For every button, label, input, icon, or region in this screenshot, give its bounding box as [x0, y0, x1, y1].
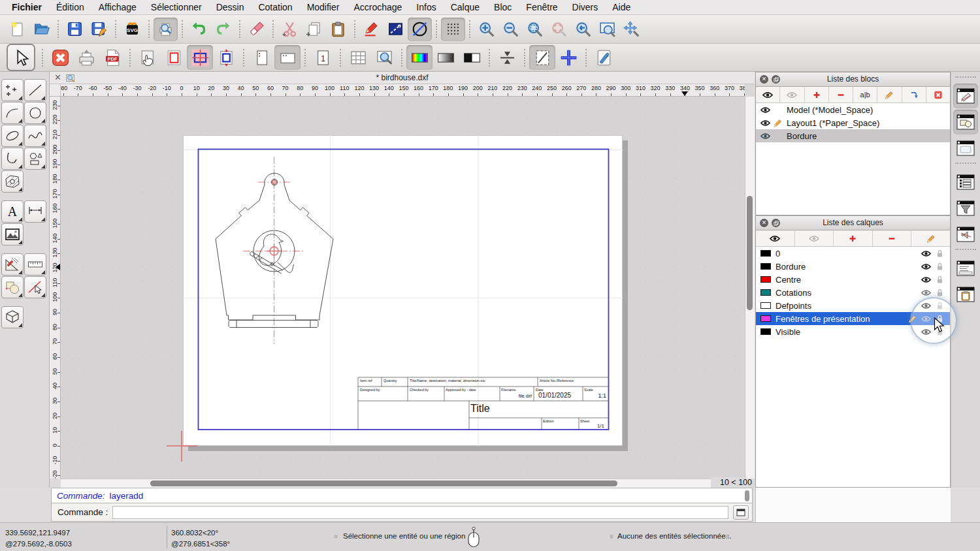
zoom-window-button[interactable] — [595, 18, 619, 41]
save-button[interactable] — [63, 18, 87, 41]
menu-affichage[interactable]: Affichage — [91, 2, 144, 12]
detach-panel-icon[interactable] — [772, 75, 780, 84]
command-window-button[interactable] — [733, 505, 749, 520]
open-folder-button[interactable] — [29, 18, 54, 41]
line-tools-button[interactable] — [24, 79, 46, 101]
layer-lock-icon[interactable] — [933, 262, 947, 271]
layer-row[interactable]: 0 — [756, 247, 950, 260]
block-edit-pencil-icon[interactable] — [774, 119, 787, 127]
menu-fichier[interactable]: Fichier — [10, 2, 49, 12]
copy-button[interactable] — [302, 18, 326, 41]
close-document-button[interactable] — [47, 45, 73, 70]
vertical-scrollbar-thumb[interactable] — [747, 196, 753, 310]
dock-layers-panel-button[interactable] — [953, 170, 978, 195]
menu-bloc[interactable]: Bloc — [487, 2, 519, 12]
new-document-button[interactable] — [5, 18, 29, 41]
edit-layer-icon[interactable] — [911, 230, 950, 246]
solid-tools-button[interactable] — [1, 306, 24, 328]
grayscale-mode-button[interactable] — [433, 45, 459, 70]
layer-color-swatch[interactable] — [760, 302, 771, 309]
polyline-tools-button[interactable] — [1, 148, 24, 170]
drawing-canvas[interactable]: Item ref Quantity Title/Name, destinatio… — [61, 97, 745, 479]
remove-block-icon[interactable] — [829, 87, 853, 102]
remove-layer-icon[interactable] — [873, 230, 912, 246]
redo-button[interactable] — [211, 18, 235, 41]
layer-row[interactable]: Cotations — [756, 286, 950, 299]
paste-button[interactable] — [326, 18, 350, 41]
point-tools-button[interactable] — [1, 79, 24, 101]
command-history-scrollbar[interactable] — [745, 490, 749, 501]
menu-infos[interactable]: Infos — [409, 2, 443, 12]
layer-lock-icon[interactable] — [933, 249, 947, 258]
page-landscape-button[interactable] — [274, 45, 301, 70]
shape-tools-button[interactable] — [24, 148, 46, 170]
text-tools-button[interactable]: A — [1, 200, 24, 223]
page-portrait-button[interactable] — [248, 45, 274, 70]
command-input[interactable] — [112, 506, 728, 519]
save-as-button[interactable] — [87, 18, 111, 41]
menu-divers[interactable]: Divers — [565, 2, 606, 12]
layer-visibility-eye-icon[interactable] — [919, 250, 933, 257]
menu-calque[interactable]: Calque — [444, 2, 487, 12]
layer-visibility-eye-icon[interactable] — [919, 276, 933, 283]
pick-tools-button[interactable] — [24, 276, 46, 298]
svg-export-button[interactable]: SVG — [120, 18, 144, 41]
grid-dots-button[interactable] — [441, 18, 465, 41]
dock-property-panel-button[interactable] — [953, 136, 978, 161]
image-tools-button[interactable] — [1, 223, 24, 245]
zoom-pan-button[interactable] — [619, 18, 644, 41]
modify-tools-button[interactable] — [1, 276, 24, 298]
layer-visibility-eye-icon[interactable] — [919, 263, 933, 270]
bw-mode-button[interactable] — [459, 45, 485, 70]
pointer-select-button[interactable] — [7, 44, 35, 71]
layer-color-swatch[interactable] — [760, 250, 771, 257]
block-visibility-eye-icon[interactable] — [760, 133, 774, 140]
menu-aide[interactable]: Aide — [605, 2, 638, 12]
draft-mode-button[interactable] — [529, 45, 555, 70]
print-preview-button[interactable] — [154, 18, 178, 41]
layer-row[interactable]: Centre — [756, 273, 950, 286]
dock-library-panel-button[interactable] — [953, 110, 978, 134]
detach-panel-icon[interactable] — [772, 219, 780, 227]
menu-selectionner[interactable]: Sélectionner — [144, 2, 209, 12]
menu-modifier[interactable]: Modifier — [300, 2, 347, 12]
restrict-orthogonal-button[interactable] — [384, 18, 408, 41]
hide-all-layers-icon[interactable] — [795, 230, 834, 246]
layer-lock-icon[interactable] — [933, 276, 947, 284]
block-row[interactable]: Bordure — [756, 129, 950, 142]
dock-reference-panel-button[interactable] — [953, 222, 978, 247]
zoom-page-button[interactable] — [371, 45, 397, 70]
layer-color-swatch[interactable] — [760, 328, 771, 335]
pdf-export-button[interactable]: PDF — [99, 45, 125, 70]
hatch-tools-button[interactable] — [1, 170, 24, 193]
restrict-angle-button[interactable] — [408, 18, 432, 41]
measure-tools-button[interactable] — [24, 253, 46, 276]
layer-row[interactable]: Bordure — [756, 260, 950, 273]
zoom-previous-button[interactable] — [571, 18, 595, 41]
color-mode-button[interactable] — [406, 45, 433, 70]
eraser-button[interactable] — [244, 18, 269, 41]
draft-tools-button[interactable] — [1, 253, 24, 276]
layer-color-swatch[interactable] — [760, 263, 771, 270]
add-block-icon[interactable] — [805, 87, 829, 102]
rename-block-icon[interactable]: a|b — [853, 87, 877, 102]
ellipse-tools-button[interactable] — [1, 125, 24, 147]
horizontal-scrollbar[interactable] — [61, 479, 712, 488]
close-panel-icon[interactable]: ✕ — [760, 219, 768, 227]
insert-block-icon[interactable] — [902, 87, 926, 102]
layer-lock-icon[interactable] — [933, 289, 947, 297]
pan-page-button[interactable] — [135, 45, 161, 70]
fit-page-button[interactable] — [213, 45, 239, 70]
dock-blocks-panel-button[interactable] — [953, 84, 978, 108]
edit-entity-button[interactable] — [359, 18, 384, 41]
block-visibility-eye-icon[interactable] — [760, 106, 774, 114]
cut-button[interactable] — [278, 18, 302, 41]
show-all-blocks-icon[interactable] — [756, 87, 780, 102]
spline-tools-button[interactable] — [24, 125, 46, 147]
hide-all-blocks-icon[interactable] — [780, 87, 804, 102]
layer-color-swatch[interactable] — [760, 315, 771, 322]
page-border-button[interactable] — [161, 45, 187, 70]
dock-filter-panel-button[interactable] — [953, 196, 978, 221]
crosshair-button[interactable] — [555, 45, 581, 70]
zoom-auto-button[interactable] — [523, 18, 547, 41]
